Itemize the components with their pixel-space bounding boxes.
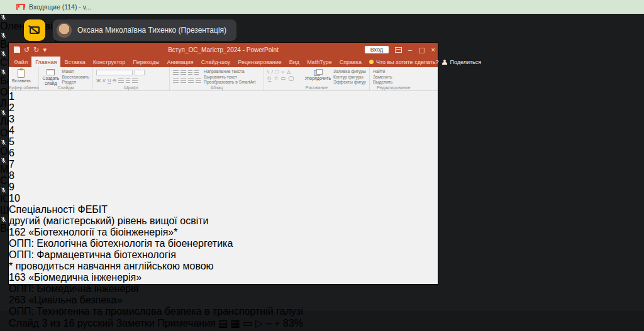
thumbnail-2[interactable]: 2 [9, 102, 438, 114]
thumbnail-1[interactable]: 1 [9, 91, 438, 102]
section-button[interactable]: Раздел [62, 80, 89, 84]
notes-button[interactable]: Заметки [116, 318, 155, 328]
thumbnail-10[interactable]: 10 [9, 193, 438, 204]
font-size-box[interactable] [135, 70, 145, 75]
replace-button[interactable]: Заменить [373, 75, 392, 79]
presenter-name: Оксана Миколаївна Тихенко (Презентація) [77, 26, 226, 35]
arrange-button[interactable]: Упорядочить [304, 69, 331, 81]
paste-button[interactable]: Вставить [12, 69, 31, 84]
redo-icon[interactable]: ↻ [33, 46, 39, 53]
align-left-icon[interactable] [173, 79, 179, 84]
find-label: Найти [373, 69, 385, 73]
numbering-icon[interactable] [180, 70, 186, 75]
language-indicator[interactable]: русский [77, 318, 113, 328]
arrange-label: Упорядочить [304, 76, 331, 81]
shape-effects-button[interactable]: Эффекты фигур [333, 80, 366, 84]
tab-review[interactable]: Рецензирование [234, 57, 286, 67]
thumbnail-7[interactable]: 7 [9, 159, 438, 170]
thumbnail-3-selected[interactable]: 3 [9, 114, 438, 125]
undo-icon[interactable]: ↺ [24, 46, 30, 53]
indent-icon[interactable] [188, 70, 192, 75]
presentation-chip[interactable] [24, 19, 45, 41]
close-button[interactable]: × [431, 46, 435, 53]
thumb-number: 5 [9, 136, 14, 147]
new-slide-icon [47, 69, 55, 75]
thumbnail-6[interactable]: 6 [9, 148, 438, 159]
tab-help[interactable]: Справка [336, 57, 365, 67]
tab-file[interactable]: Файл [10, 57, 31, 67]
reset-button[interactable]: Восстановить [62, 75, 89, 79]
shapes-gallery[interactable]: \ / □ ○ △◇ ☆ ▭ ◯ ⌒ [267, 69, 302, 87]
tell-me-box[interactable]: Что вы хотите сделать? [365, 57, 443, 67]
justify-icon[interactable] [196, 79, 201, 84]
save-icon[interactable] [14, 46, 20, 53]
new-slide-button[interactable]: Создать слайд [42, 69, 59, 85]
zoom-in-button[interactable]: + [274, 318, 280, 328]
shape-fill-button[interactable]: Заливка фигуры [333, 69, 366, 73]
sorter-view-icon[interactable]: ▦ [231, 318, 240, 328]
layout-button[interactable]: Макет [62, 69, 89, 73]
paste-icon [18, 69, 25, 78]
comments-button[interactable]: Примечания [157, 318, 215, 328]
avatar-initial: Л [0, 98, 7, 109]
ribbon-group-clipboard: Вставить Буфер обмена [9, 67, 39, 90]
slide-thumbnail-panel[interactable]: 1 2 3 4 5 6 7 8 9 10 [9, 91, 438, 204]
font-color-icon[interactable] [132, 79, 138, 84]
tab-insert[interactable]: Вставка [60, 57, 89, 67]
font-name-box[interactable] [96, 70, 133, 75]
view-buttons[interactable]: ▤ ▦ ▭ ▷ [218, 318, 263, 328]
bold-button[interactable]: Ж [96, 78, 101, 84]
meet-stage: Оксана Миколаївна Тихенко (Презентація) … [0, 14, 644, 311]
find-button[interactable]: Найти [373, 69, 392, 73]
group-label-editing: Редактирование [370, 85, 418, 90]
ppt-titlebar[interactable]: ↺ ↻ ▾ Вступ_ОС_Магістр_2024 - PowerPoint… [9, 43, 438, 57]
qat-menu-icon[interactable]: ▾ [43, 46, 47, 53]
browser-tab-label[interactable]: Входящие (114) - v... [29, 3, 91, 11]
tab-slideshow[interactable]: Слайд-шоу [197, 57, 235, 67]
signin-button[interactable]: Вход [365, 46, 389, 53]
reading-view-icon[interactable]: ▭ [243, 318, 252, 328]
presenter-pill[interactable]: Оксана Миколаївна Тихенко (Презентація) [53, 19, 236, 41]
tab-transitions[interactable]: Переходы [129, 57, 163, 67]
slide-counter: Слайд 3 из 16 [9, 318, 74, 328]
shape-outline-button[interactable]: Контур фигуры [333, 75, 366, 79]
item-heading: 162 «Біотехнології та біоінженерія» [9, 227, 174, 237]
minimize-button[interactable]: – [408, 46, 412, 53]
slideshow-icon[interactable]: ▷ [255, 318, 263, 328]
align-center-icon[interactable] [180, 79, 186, 84]
slide-item-263: 263 «Цивільна безпека» ОПП: Техногенна т… [9, 295, 438, 317]
restore-button[interactable]: ▢ [418, 46, 425, 53]
tab-home[interactable]: Главная [31, 57, 60, 67]
text-direction-button[interactable]: Направление текста [204, 69, 255, 73]
strikethrough-button[interactable]: S [113, 78, 116, 84]
bullets-icon[interactable] [173, 70, 179, 75]
select-button[interactable]: Выделить [373, 80, 392, 84]
normal-view-icon[interactable]: ▤ [218, 318, 228, 328]
share-button[interactable]: Поделиться [442, 57, 487, 67]
slide-canvas[interactable]: Спеціальності ФЕБІТ другий (магістерськи… [9, 204, 438, 317]
item-line: ОПП: Біомедична інженерія [9, 283, 438, 295]
italic-button[interactable]: К [103, 78, 106, 84]
tab-design[interactable]: Конструктор [89, 57, 129, 67]
tab-animations[interactable]: Анимация [163, 57, 197, 67]
change-case-icon[interactable] [126, 79, 130, 84]
item-line: * проводиться навчання англійською мовою [9, 261, 438, 272]
thumb-number: 1 [9, 91, 14, 102]
line-spacing-icon[interactable] [194, 70, 199, 75]
thumbnail-4[interactable]: 4 [9, 125, 438, 136]
char-spacing-icon[interactable] [118, 79, 124, 84]
tab-view[interactable]: Вид [286, 57, 303, 67]
underline-button[interactable]: Ч [108, 78, 111, 84]
ribbon-display-icon[interactable] [395, 47, 402, 53]
zoom-out-button[interactable]: – [266, 318, 272, 328]
thumbnail-8[interactable]: 8 [9, 170, 438, 182]
ribbon-group-drawing: \ / □ ○ △◇ ☆ ▭ ◯ ⌒ Упорядочить Заливка ф… [264, 67, 370, 90]
align-right-icon[interactable] [188, 79, 194, 84]
zoom-level[interactable]: 83% [283, 318, 303, 328]
thumbnail-9[interactable]: 9 [9, 182, 438, 193]
align-text-button[interactable]: Выровнять текст [204, 75, 255, 79]
smartart-button[interactable]: Преобразовать в SmartArt [204, 80, 255, 84]
tab-mathtype[interactable]: MathType [303, 57, 336, 67]
thumbnail-5[interactable]: 5 [9, 136, 438, 148]
ribbon-group-editing: Найти Заменить Выделить Редактирование [370, 67, 418, 90]
